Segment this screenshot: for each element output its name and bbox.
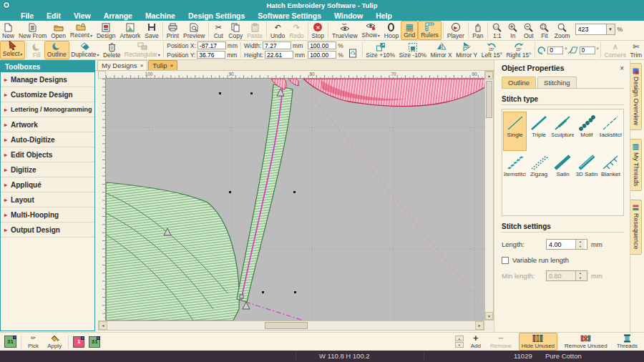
artwork-button[interactable]: Artwork [117,21,142,40]
hide-unused-button[interactable]: Hide Unused [519,333,557,351]
position-y-input[interactable] [197,51,225,59]
menu-software-settings[interactable]: Software Settings [251,11,328,20]
stitch-satin[interactable]: Satin [551,151,575,190]
hoop-button[interactable]: Hoop [382,21,401,40]
toolbox-layout[interactable]: ▸Layout [1,192,94,207]
menu-machine[interactable]: Machine [139,11,182,20]
remove-unused-button[interactable]: Remove Unused [562,333,610,350]
pan-button[interactable]: Pan [470,21,486,40]
rulers-button[interactable]: Rulers [418,21,441,40]
stitch-sculpture[interactable]: Sculpture [551,112,575,151]
stitch-blanket[interactable]: Blanket [599,151,623,190]
grid-button[interactable]: ▦Grid [401,21,418,40]
color-swatch-31[interactable]: 31 [89,336,100,348]
scroll-up-button[interactable]: ▲ [485,72,493,79]
toolbox-edit-objects[interactable]: ▸Edit Objects [1,147,94,162]
zoom-button[interactable]: Zoom [552,21,572,40]
mirror-y-button[interactable]: Mirror Y [454,41,479,59]
zoom-level-input[interactable] [575,24,607,35]
width-input[interactable] [263,41,291,49]
apply-color-button[interactable]: Apply [45,333,64,350]
menu-design-settings[interactable]: Design Settings [182,11,251,20]
rotate-by-input[interactable] [547,47,563,54]
menu-help[interactable]: Help [369,11,399,20]
scale-y-input[interactable] [308,51,336,59]
duplicate-button[interactable]: Duplicate▾ [69,41,102,59]
open-button[interactable]: Open [49,21,68,40]
zoom-out-button[interactable]: Out [521,21,537,40]
zoom-in-button[interactable]: In [505,21,521,40]
stem-object[interactable] [237,84,293,302]
tab-my-threads[interactable]: My Threads [630,139,642,191]
close-tab-icon[interactable]: × [140,62,144,69]
toolbox-applique[interactable]: ▸Appliqué [1,177,94,192]
outline-button[interactable]: Outline [44,41,69,59]
menu-view[interactable]: View [67,11,97,20]
stitch-single[interactable]: Single [503,112,527,151]
scale-x-input[interactable] [308,41,336,49]
toolbox-lettering[interactable]: ▸Lettering / Monogramming [1,102,94,117]
toolbox-auto-digitize[interactable]: ▸Auto-Digitize [1,132,94,147]
show-button[interactable]: Show▾ [360,21,382,40]
recent-button[interactable]: Recent▾ [68,21,94,40]
stitch-3d-satin[interactable]: 3D Satin [575,151,598,190]
trim-button[interactable]: ✄Trim [628,41,644,59]
new-from-button[interactable]: New From [16,21,49,40]
stitch-stemstitch[interactable]: Stemstitch [503,151,527,190]
skew-input[interactable] [580,47,595,54]
toolbox-output-design[interactable]: ▸Output Design [1,222,94,238]
undo-button[interactable]: ↶Undo [268,21,287,40]
threads-button[interactable]: Threads [615,333,640,350]
size-minus-button[interactable]: Size -10% [397,41,429,59]
horizontal-scroll-thumb[interactable] [265,322,308,329]
select-button[interactable]: Select▾ [0,41,25,59]
preview-button[interactable]: Preview [181,21,207,40]
tab-stitching[interactable]: Stitching [537,77,576,88]
stitch-backstitch[interactable]: Backstitch [599,112,623,151]
length-spinner[interactable]: ▲▼ [575,240,585,249]
toolbox-digitize[interactable]: ▸Digitize [1,162,94,177]
tab-my-designs[interactable]: My Designs× [97,60,147,70]
cut-button[interactable]: ✂Cut [210,21,226,40]
position-x-input[interactable] [197,41,226,49]
rotate-right-15-button[interactable]: 15°Right 15° [504,41,533,59]
design-button[interactable]: Design [94,21,117,40]
menu-arrange[interactable]: Arrange [97,11,139,20]
mirror-x-button[interactable]: Mirror X [429,41,454,59]
scroll-left-button[interactable]: ◄ [99,321,107,330]
zoom-level-dropdown[interactable]: ▼ [607,24,615,35]
menu-edit[interactable]: Edit [40,11,67,20]
player-button[interactable]: ▶Player [445,21,467,40]
print-button[interactable]: Print [165,21,181,40]
scroll-right-button[interactable]: ► [475,321,484,330]
toolbox-manage-designs[interactable]: ▸Manage Designs [1,72,94,87]
stop-button[interactable]: ✕Stop [310,21,327,40]
leaf-object[interactable] [106,182,239,321]
palette-scroll-spinner[interactable]: ▲▼ [455,336,464,348]
height-input[interactable] [265,51,293,59]
zoom-fit-button[interactable]: Fit [537,21,552,40]
delete-button[interactable]: Delete [101,41,122,59]
variable-run-checkbox[interactable] [502,257,509,264]
color-swatch-1[interactable]: 1 [73,336,84,348]
horizontal-scrollbar[interactable]: ◄ ► [98,321,484,331]
trueview-button[interactable]: TrueView [330,21,359,40]
new-button[interactable]: New [0,21,16,40]
tab-resequence[interactable]: Resequence [630,200,642,255]
menu-file[interactable]: File [14,11,40,20]
stitch-motif[interactable]: Motif [575,112,598,151]
menu-window[interactable]: Window [328,11,369,20]
zoom-1to1-button[interactable]: 1:11:1 [489,21,505,40]
current-color-swatch[interactable]: 31 [4,336,16,348]
toolbox-artwork[interactable]: ▸Artwork [1,117,94,132]
pick-color-button[interactable]: ✏Pick [26,333,41,350]
design-canvas[interactable] [106,79,484,321]
lock-aspect-button[interactable] [345,41,361,59]
vertical-scroll-thumb[interactable] [486,81,492,118]
stitch-triple[interactable]: Triple [527,112,550,151]
close-tab-icon[interactable]: × [170,62,174,69]
vertical-scrollbar[interactable]: ▲ ▼ [484,71,494,321]
stitch-zigzag[interactable]: Zigzag [527,151,550,190]
tab-tulip[interactable]: Tulip× [148,60,177,70]
toolbox-customize-design[interactable]: ▸Customize Design [1,87,94,102]
